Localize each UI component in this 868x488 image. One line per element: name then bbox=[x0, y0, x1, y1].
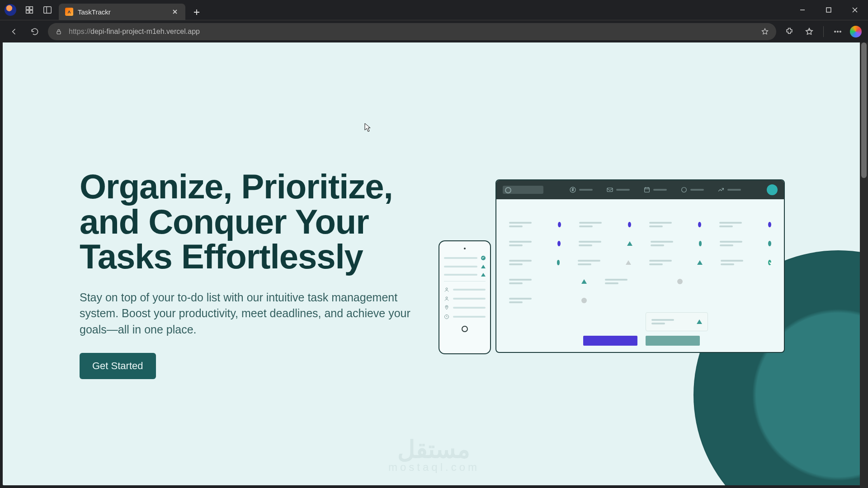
favorites-icon[interactable] bbox=[802, 24, 817, 39]
illustration-secondary-button bbox=[646, 336, 700, 346]
get-started-button[interactable]: Get Started bbox=[80, 353, 156, 379]
favorite-star-icon[interactable] bbox=[761, 28, 769, 36]
address-bar[interactable]: https://depi-final-project-m1eh.vercel.a… bbox=[48, 23, 776, 40]
svg-point-3 bbox=[835, 31, 836, 32]
user-icon bbox=[444, 296, 449, 301]
trend-icon bbox=[717, 186, 725, 193]
address-url: https://depi-final-project-m1eh.vercel.a… bbox=[69, 28, 200, 36]
new-tab-button[interactable] bbox=[189, 5, 204, 20]
window-close-button[interactable] bbox=[842, 0, 868, 20]
svg-rect-1 bbox=[826, 8, 831, 12]
illustration-search-icon bbox=[503, 186, 543, 194]
browser-toolbar: https://depi-final-project-m1eh.vercel.a… bbox=[0, 20, 868, 42]
site-lock-icon bbox=[55, 28, 62, 35]
mail-icon bbox=[606, 186, 613, 193]
tab-favicon-icon bbox=[65, 8, 73, 16]
illustration-highlight-card bbox=[646, 312, 708, 331]
svg-point-12 bbox=[446, 306, 447, 307]
tab-actions-icon[interactable] bbox=[42, 5, 52, 15]
cursor-icon bbox=[364, 123, 371, 132]
svg-point-4 bbox=[837, 31, 839, 32]
pin-icon bbox=[444, 305, 449, 310]
illustration-grid bbox=[496, 199, 784, 303]
browser-tab[interactable]: TaskTrackr bbox=[59, 4, 185, 20]
clock-icon bbox=[444, 314, 449, 319]
illustration-desktop bbox=[495, 179, 785, 353]
nav-back-button[interactable] bbox=[6, 24, 22, 39]
hero-subtext: Stay on top of your to-do list with our … bbox=[80, 290, 414, 338]
illustration-nav bbox=[556, 186, 754, 193]
svg-point-10 bbox=[446, 288, 448, 290]
svg-rect-7 bbox=[607, 188, 613, 192]
illustration-primary-button bbox=[583, 336, 637, 346]
window-maximize-button[interactable] bbox=[816, 0, 842, 20]
menu-button[interactable] bbox=[830, 24, 845, 39]
svg-point-9 bbox=[682, 188, 687, 192]
svg-point-5 bbox=[840, 31, 841, 32]
window-controls bbox=[789, 0, 868, 20]
browser-window: TaskTrackr https://depi-final-project-m1… bbox=[0, 0, 868, 488]
titlebar-left bbox=[5, 4, 52, 16]
dollar-icon bbox=[569, 186, 576, 193]
profile-avatar-icon[interactable] bbox=[5, 4, 16, 16]
workspaces-icon[interactable] bbox=[24, 5, 34, 15]
svg-point-11 bbox=[446, 297, 448, 299]
svg-rect-2 bbox=[57, 31, 61, 34]
tab-close-button[interactable] bbox=[171, 8, 179, 16]
phone-camera-icon bbox=[464, 248, 466, 249]
landing-page: Organize, Prioritize, and Conquer Your T… bbox=[3, 42, 865, 485]
toolbar-divider bbox=[823, 26, 824, 37]
viewport: Organize, Prioritize, and Conquer Your T… bbox=[0, 42, 868, 488]
hero-section: Organize, Prioritize, and Conquer Your T… bbox=[80, 169, 432, 379]
watermark: مستقل mostaql.com bbox=[388, 435, 480, 474]
illustration-action-bar bbox=[583, 336, 700, 346]
titlebar: TaskTrackr bbox=[0, 0, 868, 20]
toolbar-right bbox=[782, 24, 862, 39]
calendar-icon bbox=[643, 186, 651, 193]
scrollbar-thumb[interactable] bbox=[861, 42, 867, 178]
phone-home-icon bbox=[462, 326, 468, 332]
window-minimize-button[interactable] bbox=[789, 0, 816, 20]
extensions-icon[interactable] bbox=[782, 24, 797, 39]
svg-rect-0 bbox=[44, 7, 52, 14]
hero-headline: Organize, Prioritize, and Conquer Your T… bbox=[80, 169, 432, 274]
svg-rect-8 bbox=[645, 188, 650, 192]
illustration-phone bbox=[439, 240, 491, 354]
nav-refresh-button[interactable] bbox=[27, 24, 42, 39]
circle-icon bbox=[680, 186, 688, 193]
user-icon bbox=[444, 287, 449, 292]
illustration-topbar bbox=[496, 180, 784, 199]
vertical-scrollbar[interactable] bbox=[860, 42, 868, 488]
watermark-arabic: مستقل bbox=[388, 435, 480, 464]
illustration-avatar-icon bbox=[767, 184, 778, 195]
tab-strip: TaskTrackr bbox=[59, 0, 204, 20]
tab-title: TaskTrackr bbox=[78, 8, 111, 16]
copilot-icon[interactable] bbox=[850, 26, 862, 38]
watermark-latin: mostaql.com bbox=[388, 461, 480, 474]
